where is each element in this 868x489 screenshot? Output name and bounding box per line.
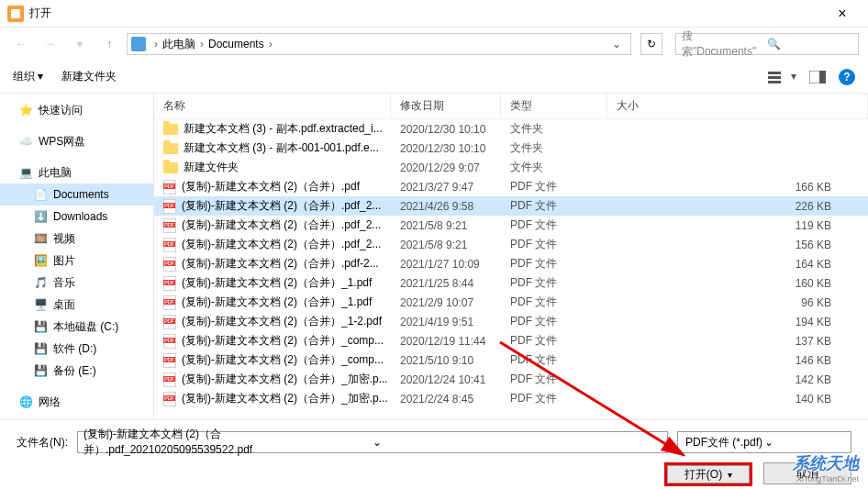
pdf-icon — [163, 353, 176, 368]
download-icon: ⬇️ — [33, 209, 48, 224]
file-row[interactable]: (复制)-新建文本文档 (2)（合并）.pdf_2...2021/5/8 9:2… — [154, 216, 868, 235]
chevron-down-icon: ▾ — [728, 470, 732, 480]
titlebar: 打开 × — [0, 0, 868, 28]
file-row[interactable]: (复制)-新建文本文档 (2)（合并）.pdf-2...2021/1/27 10… — [154, 254, 868, 273]
file-date: 2020/12/30 10:10 — [391, 123, 501, 136]
disk-icon: 💾 — [33, 319, 48, 334]
refresh-icon[interactable]: ↻ — [640, 33, 662, 55]
nav-up-icon[interactable]: ↑ — [97, 32, 121, 56]
star-icon: ⭐ — [18, 103, 33, 117]
toolbar: 组织 ▾ 新建文件夹 ▾ ? — [0, 61, 868, 94]
column-name[interactable]: 名称 — [154, 94, 391, 118]
file-type: 文件夹 — [501, 140, 607, 156]
search-icon[interactable]: 🔍 — [767, 38, 852, 50]
sidebar-item-disk-c[interactable]: 💾本地磁盘 (C:) — [0, 316, 153, 338]
sidebar-item-music[interactable]: 🎵音乐 — [0, 272, 153, 294]
file-size: 156 KB — [607, 239, 868, 251]
breadcrumb-folder[interactable]: Documents — [208, 38, 264, 50]
sidebar-item-network[interactable]: 🌐网络 — [0, 391, 153, 413]
column-size[interactable]: 大小 — [607, 94, 868, 118]
column-date[interactable]: 修改日期 — [391, 94, 501, 118]
chevron-down-icon[interactable]: ⌄ — [764, 436, 843, 449]
file-date: 2021/2/9 10:07 — [391, 296, 501, 309]
file-type: 文件夹 — [501, 160, 607, 175]
file-size: 140 KB — [607, 393, 868, 406]
file-row[interactable]: (复制)-新建文本文档 (2)（合并）_1.pdf2021/2/9 10:07P… — [154, 293, 868, 312]
pdf-icon — [163, 199, 176, 214]
file-type: PDF 文件 — [501, 275, 607, 291]
video-icon: 🎞️ — [33, 231, 48, 246]
sidebar-item-desktop[interactable]: 🖥️桌面 — [0, 294, 153, 316]
sidebar-item-pictures[interactable]: 🖼️图片 — [0, 250, 153, 272]
file-date: 2021/5/8 9:21 — [391, 219, 501, 232]
column-type[interactable]: 类型 — [501, 94, 607, 118]
file-name: (复制)-新建文本文档 (2)（合并）_加密.p... — [154, 391, 391, 406]
sidebar-item-thispc[interactable]: 💻此电脑 — [0, 161, 153, 183]
sidebar-item-wps[interactable]: ☁️WPS网盘 — [0, 130, 153, 152]
folder-icon — [163, 162, 178, 173]
file-row[interactable]: 新建文本文档 (3) - 副本-001-001.pdf.e...2020/12/… — [154, 139, 868, 158]
pdf-icon — [163, 334, 176, 349]
file-row[interactable]: (复制)-新建文本文档 (2)（合并）_comp...2021/5/10 9:1… — [154, 350, 868, 370]
file-date: 2021/4/26 9:58 — [391, 200, 501, 213]
chevron-right-icon: › — [197, 38, 206, 50]
sidebar-item-videos[interactable]: 🎞️视频 — [0, 228, 153, 250]
breadcrumb-root[interactable]: 此电脑 — [162, 37, 195, 52]
file-date: 2021/1/25 8:44 — [391, 277, 501, 290]
desktop-icon: 🖥️ — [33, 297, 48, 312]
organize-menu[interactable]: 组织 ▾ — [13, 69, 43, 84]
pc-icon: 💻 — [18, 165, 33, 180]
cancel-button[interactable]: 取消 — [763, 462, 851, 484]
file-date: 2021/1/27 10:09 — [391, 258, 501, 271]
sidebar-item-disk-d[interactable]: 💾软件 (D:) — [0, 338, 153, 360]
sidebar-item-disk-e[interactable]: 💾备份 (E:) — [0, 360, 153, 382]
file-name: (复制)-新建文本文档 (2)（合并）.pdf_2... — [154, 198, 391, 214]
new-folder-button[interactable]: 新建文件夹 — [61, 69, 117, 84]
sidebar-item-downloads[interactable]: ⬇️Downloads — [0, 206, 153, 228]
file-list: 名称 修改日期 类型 大小 新建文本文档 (3) - 副本.pdf.extrac… — [154, 94, 868, 419]
file-row[interactable]: (复制)-新建文本文档 (2)（合并）_1-2.pdf2021/4/19 9:5… — [154, 312, 868, 331]
file-name: (复制)-新建文本文档 (2)（合并）.pdf_2... — [154, 237, 391, 252]
pdf-icon — [163, 238, 176, 252]
file-row[interactable]: (复制)-新建文本文档 (2)（合并）.pdf2021/3/27 9:47PDF… — [154, 177, 868, 196]
file-row[interactable]: (复制)-新建文本文档 (2)（合并）_comp...2020/12/19 11… — [154, 331, 868, 350]
sidebar-item-documents[interactable]: 📄Documents — [0, 183, 153, 206]
file-row[interactable]: (复制)-新建文本文档 (2)（合并）_加密.p...2021/2/24 8:4… — [154, 389, 868, 408]
nav-recent-icon[interactable]: ▾ — [68, 32, 92, 56]
chevron-down-icon[interactable]: ⌄ — [373, 436, 662, 449]
pdf-icon — [163, 180, 176, 194]
file-size: 194 KB — [607, 316, 868, 328]
file-filter-select[interactable]: PDF文件 (*.pdf) ⌄ — [677, 431, 851, 453]
file-type: PDF 文件 — [501, 237, 607, 252]
file-name: (复制)-新建文本文档 (2)（合并）.pdf_2... — [154, 217, 391, 233]
chevron-down-icon[interactable]: ⌄ — [606, 38, 627, 50]
file-row[interactable]: 新建文本文档 (3) - 副本.pdf.extracted_i...2020/1… — [154, 119, 868, 139]
open-button[interactable]: 打开(O)▾ — [664, 462, 752, 486]
svg-rect-0 — [768, 72, 781, 74]
nav-back-icon[interactable]: ← — [9, 32, 33, 56]
file-name: 新建文本文档 (3) - 副本-001-001.pdf.e... — [154, 140, 391, 156]
file-row[interactable]: (复制)-新建文本文档 (2)（合并）_加密.p...2020/12/24 10… — [154, 370, 868, 389]
column-headers: 名称 修改日期 类型 大小 — [154, 94, 868, 119]
file-date: 2020/12/29 9:07 — [391, 161, 501, 174]
file-row[interactable]: 新建文件夹2020/12/29 9:07文件夹 — [154, 158, 868, 177]
search-input[interactable]: 搜索"Documents" 🔍 — [675, 33, 859, 55]
nav-forward-icon[interactable]: → — [39, 32, 62, 56]
folder-icon — [163, 143, 178, 154]
file-date: 2021/5/8 9:21 — [391, 239, 501, 251]
file-name: (复制)-新建文本文档 (2)（合并）_加密.p... — [154, 372, 391, 387]
file-row[interactable]: (复制)-新建文本文档 (2)（合并）.pdf_2...2021/4/26 9:… — [154, 196, 868, 216]
file-row[interactable]: (复制)-新建文本文档 (2)（合并）_1.pdf2021/1/25 8:44P… — [154, 273, 868, 293]
folder-icon — [163, 124, 178, 135]
svg-rect-1 — [768, 76, 781, 79]
breadcrumb[interactable]: › 此电脑 › Documents › ⌄ — [127, 33, 631, 55]
filename-input[interactable]: (复制)-新建文本文档 (2)（合并）.pdf_2021020509553952… — [77, 431, 668, 453]
file-date: 2020/12/30 10:10 — [391, 142, 501, 155]
view-mode-button[interactable]: ▾ — [768, 70, 796, 83]
sidebar-item-quick-access[interactable]: ⭐快速访问 — [0, 99, 153, 121]
file-row[interactable]: (复制)-新建文本文档 (2)（合并）.pdf_2...2021/5/8 9:2… — [154, 235, 868, 254]
close-icon[interactable]: × — [824, 6, 861, 22]
preview-pane-button[interactable] — [809, 70, 826, 83]
file-type: PDF 文件 — [501, 314, 607, 329]
help-icon[interactable]: ? — [839, 69, 855, 85]
